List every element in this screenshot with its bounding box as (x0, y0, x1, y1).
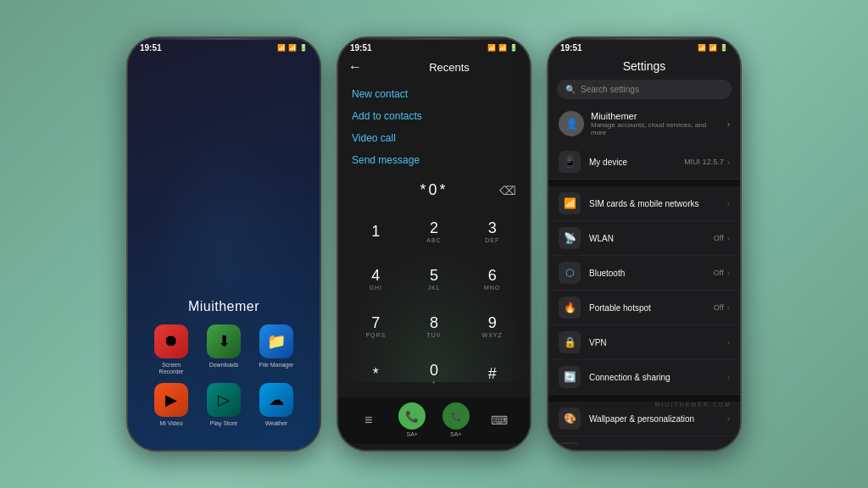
wlan-info: WLAN (589, 234, 705, 243)
app-img-weather: ☁ (259, 383, 293, 417)
hotspot-status: Off (714, 303, 724, 312)
signal-icon-3: 📶 (698, 44, 706, 52)
backspace-icon[interactable]: ⌫ (499, 184, 516, 197)
settings-content: Settings 🔍 Search settings 👤 Miuithemer … (548, 56, 740, 444)
hotspot-label: Portable hotspot (589, 303, 705, 313)
app-img-play-store: ▷ (207, 383, 241, 417)
wallpaper-icon: 🎨 (559, 408, 581, 430)
bluetooth-arrow: › (727, 269, 730, 278)
key-5[interactable]: 5JKL (405, 255, 464, 302)
status-icons-3: 📶 📶 🔋 (698, 44, 728, 52)
key-star[interactable]: * (347, 350, 405, 397)
divider-2 (548, 395, 740, 402)
wallpaper-label: Wallpaper & personalization (589, 414, 719, 424)
sim-arrow: › (727, 199, 730, 208)
menu-button[interactable]: ≡ (355, 407, 382, 434)
wlan-status: Off (714, 234, 724, 242)
key-1[interactable]: 1 (347, 208, 405, 255)
call-button-sa2[interactable]: 📞 (442, 402, 470, 430)
status-icons-1: 📶 📶 🔋 (277, 44, 308, 52)
battery-icon: 🔋 (299, 44, 308, 52)
back-arrow[interactable]: ← (348, 59, 362, 75)
dialer-display: *0* ⌫ (338, 173, 530, 208)
call-sa2-group: 📞 SA+ (442, 402, 470, 437)
key-7[interactable]: 7PQRS (347, 302, 405, 350)
key-0[interactable]: 0+ (405, 350, 464, 397)
app-icon-downloads[interactable]: ⬇ Downloads (202, 324, 246, 376)
video-call-action[interactable]: Video call (352, 132, 516, 144)
app-img-mi-video: ▶ (154, 383, 188, 417)
app-label-downloads: Downloads (209, 362, 239, 369)
my-device-right: MIUI 12.5.7 › (684, 158, 730, 167)
app-icon-play-store[interactable]: ▷ Play Store (202, 383, 246, 427)
vpn-icon: 🔒 (559, 331, 581, 353)
search-icon: 🔍 (565, 85, 576, 94)
key-6[interactable]: 6MNO (463, 255, 521, 302)
profile-name: Miuithemer (591, 111, 721, 121)
sim-icon: 📶 (559, 192, 581, 214)
phone3: 19:51 📶 📶 🔋 Settings 🔍 Search settings 👤… (547, 36, 742, 452)
time-2: 19:51 (350, 43, 372, 53)
key-hash[interactable]: # (463, 350, 521, 397)
wifi-icon-2: 📶 (498, 44, 507, 52)
settings-item-my-device[interactable]: 📱 My device MIUI 12.5.7 › (548, 145, 740, 180)
vpn-info: VPN (589, 338, 719, 347)
signal-icon-2: 📶 (487, 44, 496, 52)
settings-item-vpn[interactable]: 🔒 VPN › (548, 325, 740, 360)
profile-avatar: 👤 (559, 111, 584, 136)
new-contact-action[interactable]: New contact (352, 88, 516, 100)
profile-info: Miuithemer Manage accounts, cloud servic… (591, 111, 721, 136)
settings-item-bluetooth[interactable]: ⬡ Bluetooth Off › (548, 256, 740, 291)
profile-arrow-icon: › (727, 119, 730, 129)
app-label-mi-video: Mi Video (159, 420, 182, 427)
settings-item-hotspot[interactable]: 🔥 Portable hotspot Off › (548, 291, 740, 325)
app-icon-mi-video[interactable]: ▶ Mi Video (149, 383, 193, 427)
app-icon-screen-recorder[interactable]: ⏺ Screen Recorder (149, 324, 193, 376)
settings-item-connection-sharing[interactable]: 🔄 Connection & sharing › (548, 360, 740, 395)
dialer-bottom: ≡ 📞 SA+ 📞 SA+ ⌨ (338, 397, 530, 444)
connection-sharing-icon: 🔄 (559, 366, 581, 388)
divider-1 (548, 180, 740, 186)
wifi-icon-3: 📶 (709, 44, 717, 52)
battery-icon-2: 🔋 (509, 44, 518, 52)
app-row-2: ▶ Mi Video ▷ Play Store ☁ Weather (145, 383, 303, 427)
app-row-1: ⏺ Screen Recorder ⬇ Downloads 📁 File Man… (145, 324, 303, 376)
bluetooth-right: Off › (714, 269, 730, 278)
aod-icon: 🔐 (559, 442, 581, 444)
battery-icon-3: 🔋 (720, 44, 728, 52)
recents-title: Recents (379, 61, 520, 74)
key-3[interactable]: 3DEF (463, 208, 521, 255)
connection-sharing-info: Connection & sharing (589, 373, 719, 382)
settings-profile[interactable]: 👤 Miuithemer Manage accounts, cloud serv… (548, 106, 740, 141)
key-2[interactable]: 2ABC (405, 208, 464, 255)
my-device-value: MIUI 12.5.7 (684, 158, 724, 166)
status-icons-2: 📶 📶 🔋 (487, 44, 518, 52)
wlan-icon: 📡 (559, 227, 581, 249)
key-8[interactable]: 8TUV (405, 302, 464, 350)
send-message-action[interactable]: Send message (352, 154, 516, 166)
app-label-screen-recorder: Screen Recorder (149, 362, 193, 376)
add-to-contacts-action[interactable]: Add to contacts (352, 110, 516, 122)
settings-item-wlan[interactable]: 📡 WLAN Off › (548, 221, 740, 256)
call-button-sa1[interactable]: 📞 (398, 402, 426, 430)
settings-item-sim[interactable]: 📶 SIM cards & mobile networks › (548, 186, 740, 221)
wlan-right: Off › (714, 234, 730, 243)
app-img-downloads: ⬇ (207, 324, 241, 358)
time-3: 19:51 (560, 43, 582, 53)
settings-item-aod[interactable]: 🔐 Always-on display & Lock screen › (548, 436, 740, 444)
key-9[interactable]: 9WXYZ (463, 302, 521, 350)
phone2: 19:51 📶 📶 🔋 ← Recents New contact Add to… (337, 36, 531, 452)
bluetooth-label: Bluetooth (589, 269, 705, 278)
search-bar[interactable]: 🔍 Search settings (557, 80, 732, 99)
app-icon-weather[interactable]: ☁ Weather (254, 383, 298, 427)
app-grid: ⏺ Screen Recorder ⬇ Downloads 📁 File Man… (128, 324, 320, 444)
key-4[interactable]: 4GHI (347, 255, 405, 302)
menu-btn-group: ≡ (355, 407, 382, 434)
search-input[interactable]: Search settings (581, 85, 639, 94)
app-label-play-store: Play Store (210, 420, 237, 427)
settings-title: Settings (548, 56, 740, 80)
keyboard-button[interactable]: ⌨ (486, 407, 513, 434)
app-icon-file-manager[interactable]: 📁 File Manager (254, 324, 298, 376)
signal-icon: 📶 (277, 44, 286, 52)
recents-actions: New contact Add to contacts Video call S… (338, 81, 530, 173)
